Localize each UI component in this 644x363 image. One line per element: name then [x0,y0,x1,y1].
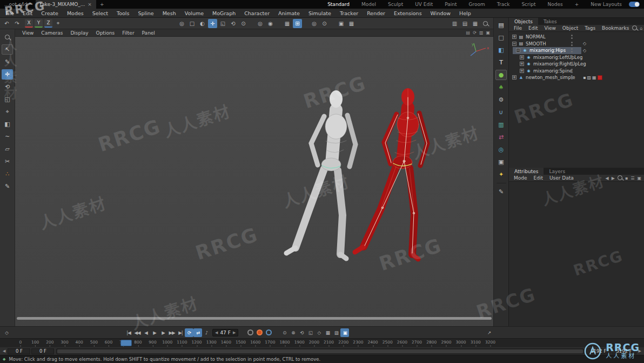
tree-row-mixamorig-spine[interactable]: + ◉ mixamorig:Spine [509,68,644,75]
layout-item[interactable]: Paint [439,2,462,7]
magnet-deformer-icon[interactable]: ∪ [495,107,507,117]
rotate-tool-icon[interactable]: ⟲ [229,19,238,28]
object-label[interactable]: mixamorig:LeftUpLeg [533,55,582,60]
scale-tool-icon[interactable]: ◱ [218,19,227,28]
visibility-dots[interactable] [571,35,573,39]
camera-icon[interactable]: ▣ [495,157,507,167]
parameter-key-icon[interactable]: ◇ [314,328,323,337]
layout-item[interactable]: Standard [321,2,355,7]
menu-item[interactable]: Mesh [158,10,180,16]
burger-menu-icon[interactable]: ☰ [630,176,634,181]
panel-tab[interactable]: Attributes [509,168,544,175]
frame-decrement-icon[interactable]: ◀ [215,331,218,335]
pen-tool-icon[interactable]: ✎ [2,57,13,67]
frame-increment-icon[interactable]: ▶ [233,331,236,335]
layout-c-icon[interactable]: ▦ [471,19,480,28]
layout-item[interactable]: New Layouts [585,2,628,7]
layout-item[interactable]: + [569,2,585,7]
phong-tag-icon[interactable]: ▨ [587,75,591,80]
brush-tool-icon[interactable]: ✎ [2,181,13,192]
timeline-playhead[interactable] [120,340,132,346]
attributes-menu-item[interactable]: User Data [546,175,577,181]
preview-end-field[interactable]: 3192 F [586,348,611,354]
objects-menu-item[interactable]: Bookmarks [599,25,632,31]
layout-item[interactable]: UV Edit [409,2,439,7]
object-label[interactable]: mixamorig:Hips [529,48,566,53]
axis-mode-icon[interactable]: ◉ [266,19,275,28]
range-end-field[interactable]: 3192 F [612,348,636,354]
document-tab-active[interactable]: take-3_MIXAMO_... × [36,0,96,9]
viewport-menu-item[interactable]: Options [92,30,119,36]
sound-icon[interactable]: ♪ [202,328,211,337]
take-marker-icon[interactable]: ◇ [583,41,586,48]
search-icon[interactable] [481,19,490,28]
cycle-mode-icon[interactable]: ⇄ [193,328,202,337]
menu-item[interactable]: Simulate [304,10,336,16]
menu-item[interactable]: Spline [133,10,158,16]
objects-menu-item[interactable]: Edit [525,25,541,31]
history-forward-icon[interactable]: ▶ [612,176,615,181]
close-tab-icon[interactable]: × [88,2,92,7]
viewport-menu-item[interactable]: Panel [138,30,159,36]
layout-item[interactable]: Sculpt [382,2,409,7]
text-tool-icon[interactable]: T [495,57,507,68]
quantize-icon[interactable]: ◎ [310,19,319,28]
menu-item[interactable]: File [1,10,18,16]
viewport-canvas[interactable]: x y [15,37,493,326]
document-tab[interactable]: ...oot.c4d * [0,0,36,9]
panel-tab[interactable]: Takes [538,18,562,25]
menu-item[interactable]: Select [88,10,112,16]
home-icon[interactable]: ⌂ [640,26,642,31]
menu-item[interactable]: Create [37,10,63,16]
environment-icon[interactable]: ◎ [495,144,507,155]
record-button[interactable] [257,329,263,335]
menu-item[interactable]: Modes [63,10,88,16]
tree-row-mixamorig-hips[interactable]: − ◉ mixamorig:Hips ◇ [509,47,644,54]
grid-icon[interactable]: ▦ [283,19,292,28]
prev-key-icon[interactable]: ◀◀ [133,328,142,337]
tree-row-smooth[interactable]: − ▤ SMOOTH ◇ [509,41,644,48]
lock-tag-icon[interactable]: ▪ [583,75,586,80]
visibility-dots[interactable] [571,75,573,80]
expander-icon[interactable]: + [520,69,524,73]
loop-mode-icon[interactable]: ⟳ [185,328,193,337]
current-frame-field[interactable]: ◀ 47 F ▶ [212,329,238,336]
expander-icon[interactable]: + [512,35,516,39]
menu-item[interactable]: Tracker [336,10,363,16]
rotation-key-icon[interactable]: ⟲ [297,328,306,337]
render-view-icon[interactable]: ▣ [337,19,346,28]
attributes-menu-item[interactable]: Mode [511,175,531,181]
tree-row-newton-mesh-simple[interactable]: + ▲ newton_mesh_simple ▪ ▨ ▦ [509,74,644,81]
object-label[interactable]: SMOOTH [526,41,546,47]
scale-key-icon[interactable]: ◱ [306,328,314,337]
layout-item[interactable]: Script [515,2,541,7]
menu-item[interactable]: Tools [112,10,133,16]
objects-menu-item[interactable]: Tags [581,25,599,31]
cube-icon[interactable]: ◧ [495,45,507,55]
undo-icon[interactable]: ↶ [2,19,11,28]
object-label[interactable]: mixamorig:RightUpLeg [533,61,586,67]
layout-item[interactable]: Groom [463,2,491,7]
range-right-icon[interactable]: ▶ [638,349,642,353]
layout-item[interactable]: Model [355,2,382,7]
autokey-icon[interactable]: ▣ [340,328,349,337]
take-marker-icon[interactable]: ◇ [583,47,586,54]
dopesheet-icon[interactable]: ▦ [323,328,332,337]
visibility-dots[interactable] [571,42,573,46]
goto-start-icon[interactable]: |◀ [124,328,133,337]
menu-item[interactable]: Render [363,10,390,16]
keyframe-icon[interactable]: ◇ [2,328,11,337]
generator-gear-icon[interactable]: ⚙ [495,95,507,105]
viewport-menu-item[interactable]: Filter [118,30,138,36]
viewport-menu-item[interactable]: Display [66,30,92,36]
attributes-menu-item[interactable]: Edit [531,175,546,181]
visibility-dots[interactable] [571,48,573,52]
lock-icon[interactable]: ▪ [625,176,628,181]
expander-icon[interactable]: + [520,62,524,66]
expander-icon[interactable]: − [516,48,520,52]
snap-icon[interactable]: ⊞ [293,19,302,28]
viewport-menu-item[interactable]: View [18,30,37,36]
expander-icon[interactable]: − [512,42,516,46]
axis-lock-button[interactable]: X [25,19,33,28]
search-icon[interactable] [632,25,637,31]
